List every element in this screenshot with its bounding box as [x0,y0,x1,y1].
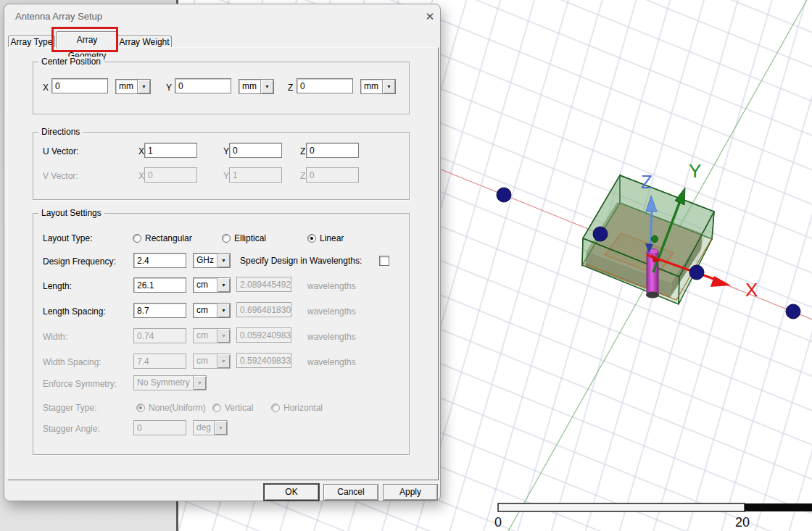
width-wavelengths-field: 0.05924098330 [236,327,291,343]
enforce-symmetry-select: No Symmetry▼ [133,375,207,390]
z-axis-label: Z [641,171,652,193]
radio-elliptical[interactable] [222,234,231,243]
enforce-symmetry-label: Enforce Symmetry: [43,379,117,389]
width-unit-value: cm [194,329,217,343]
dropdown-arrow-icon[interactable]: ▼ [382,80,395,93]
dropdown-arrow-icon[interactable]: ▼ [217,254,230,267]
array-element-dot [689,265,704,280]
v-y-label: Y [223,171,229,181]
array-element-dot [786,304,800,319]
center-x-input[interactable]: 0 [51,78,108,93]
center-z-input[interactable]: 0 [297,78,353,93]
v-x-input: 0 [144,167,197,183]
width-spacing-unit-value: cm [194,354,217,368]
y-axis-label: Y [689,160,701,182]
application-window: X Y Z 0 20 Antenna Array Setup ✕ Array T… [0,0,812,531]
array-element-dot [593,227,608,241]
length-spacing-label: Length Spacing: [43,306,106,317]
specify-wavelengths-checkbox[interactable] [379,256,389,266]
length-spacing-unit-select[interactable]: cm▼ [193,303,231,318]
u-z-input[interactable]: 0 [306,143,359,158]
length-wavelengths-suffix: wavelengths [307,281,356,291]
design-frequency-unit-select[interactable]: GHz▼ [193,253,231,268]
dropdown-arrow-icon[interactable]: ▼ [260,80,273,93]
close-icon[interactable]: ✕ [420,8,439,25]
length-unit-select[interactable]: cm▼ [193,277,231,293]
center-x-unit-select[interactable]: mm▼ [115,79,151,94]
width-wavelengths-suffix: wavelengths [307,332,356,342]
stagger-angle-label: Stagger Angle: [43,424,100,434]
scale-start-label: 0 [494,515,502,530]
center-z-label: Z [288,83,293,93]
u-z-label: Z [300,146,305,156]
radio-rectangular[interactable] [133,234,141,243]
v-z-input: 0 [306,167,359,183]
radio-stagger-horizontal [271,404,280,412]
layout-type-label: Layout Type: [43,233,93,243]
radio-stagger-vertical-label: Vertical [225,403,253,413]
center-y-unit-select[interactable]: mm▼ [239,79,274,94]
length-label: Length: [43,281,72,291]
width-label: Width: [43,332,67,342]
v-z-label: Z [300,171,305,181]
dropdown-arrow-icon[interactable]: ▼ [137,80,150,93]
length-input[interactable]: 26.1 [133,277,186,293]
stagger-angle-input: 0 [133,420,186,435]
length-spacing-unit-value: cm [194,304,217,317]
v-vector-label: V Vector: [43,171,78,181]
u-x-input[interactable]: 1 [144,143,197,158]
design-frequency-label: Design Frequency: [43,256,116,267]
radio-linear[interactable] [307,234,316,243]
antenna-array-setup-dialog: Antenna Array Setup ✕ Array Type Array G… [4,4,441,501]
dropdown-arrow-icon[interactable]: ▼ [217,304,230,317]
u-x-label: X [138,146,144,156]
x-axis-label: X [745,279,758,301]
radio-stagger-horizontal-label: Horizontal [283,403,323,413]
design-frequency-input[interactable]: 2.4 [133,253,186,268]
radio-stagger-none [136,404,145,412]
length-unit-value: cm [194,278,217,292]
v-x-label: X [138,171,144,181]
tab-array-type[interactable]: Array Type [8,35,55,48]
center-z-unit-select[interactable]: mm▼ [360,79,396,94]
center-position-legend: Center Position [38,57,104,67]
enforce-symmetry-value: No Symmetry [134,376,193,390]
width-spacing-wavelengths-suffix: wavelengths [307,357,356,367]
apply-button[interactable]: Apply [383,484,438,501]
radio-rectangular-label[interactable]: Rectangular [145,233,192,243]
width-unit-select: cm▼ [193,328,231,343]
v-y-input: 1 [229,167,282,183]
cancel-button[interactable]: Cancel [323,484,378,501]
dropdown-arrow-icon: ▼ [217,354,230,368]
stagger-angle-unit-value: deg [194,421,214,435]
dialog-titlebar[interactable]: Antenna Array Setup ✕ [4,4,440,28]
ok-button[interactable]: OK [264,484,319,501]
length-spacing-input[interactable]: 8.7 [133,303,186,318]
radio-stagger-vertical [212,404,221,412]
u-y-input[interactable]: 0 [229,143,282,158]
width-input: 0.74 [133,328,186,343]
layout-settings-legend: Layout Settings [38,208,104,218]
radio-stagger-none-label: None(Uniform) [149,403,206,413]
dialog-title: Antenna Array Setup [15,11,102,22]
center-x-label: X [43,83,49,93]
tab-array-weight[interactable]: Array Weight [117,35,172,48]
array-element-dot [497,188,511,202]
length-spacing-wavelengths-suffix: wavelengths [307,306,356,317]
dropdown-arrow-icon[interactable]: ▼ [217,278,230,292]
scale-end-label: 20 [735,515,750,530]
center-y-label: Y [166,83,172,93]
radio-elliptical-label[interactable]: Elliptical [234,233,266,243]
stagger-angle-unit-select: deg▼ [193,420,228,435]
stagger-type-label: Stagger Type: [43,403,97,413]
center-y-unit-value: mm [239,80,260,93]
center-y-input[interactable]: 0 [175,78,231,93]
u-y-label: Y [223,146,229,156]
tab-array-geometry[interactable]: Array Geometry [56,31,118,49]
dropdown-arrow-icon: ▼ [217,329,230,343]
center-x-unit-value: mm [116,80,137,93]
center-z-unit-value: mm [361,80,382,93]
radio-linear-label[interactable]: Linear [320,233,344,243]
design-frequency-unit-value: GHz [194,254,217,267]
width-spacing-wavelengths-field: 0.59240983307 [236,353,291,368]
